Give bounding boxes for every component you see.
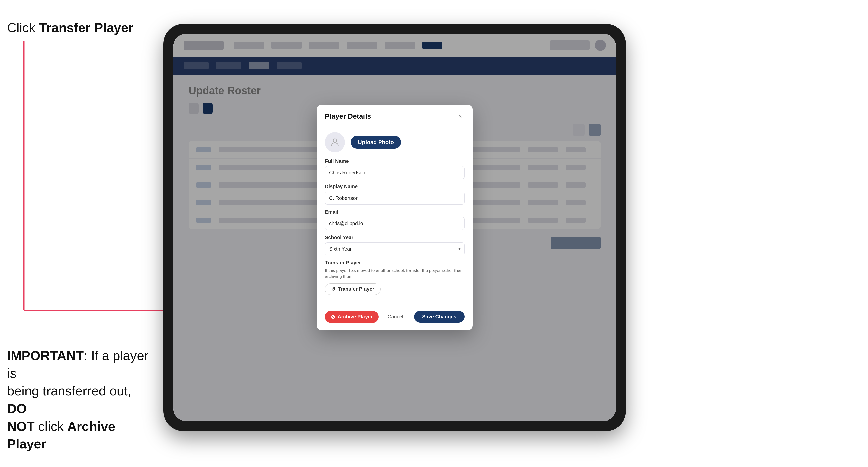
transfer-section-title: Transfer Player xyxy=(325,260,465,266)
school-year-select[interactable]: First Year Second Year Third Year Fourth… xyxy=(325,242,465,255)
user-icon xyxy=(330,137,340,147)
email-label: Email xyxy=(325,209,465,215)
player-details-modal: Player Details × Upload Photo xyxy=(317,105,473,330)
transfer-icon: ↺ xyxy=(331,286,335,292)
annotation-highlight-transfer: Transfer Player xyxy=(39,20,133,35)
tablet-device: Update Roster xyxy=(163,24,626,431)
archive-btn-label: Archive Player xyxy=(338,314,373,320)
modal-footer: ⊘ Archive Player Cancel Save Changes xyxy=(317,306,473,330)
avatar-section: Upload Photo xyxy=(325,132,465,152)
modal-overlay: Player Details × Upload Photo xyxy=(174,34,616,421)
transfer-section-description: If this player has moved to another scho… xyxy=(325,268,465,280)
display-name-input[interactable] xyxy=(325,191,465,205)
save-changes-button[interactable]: Save Changes xyxy=(414,311,465,323)
modal-header: Player Details × xyxy=(317,105,473,126)
modal-body: Upload Photo Full Name Display Name xyxy=(317,126,473,306)
upload-photo-button[interactable]: Upload Photo xyxy=(351,136,401,149)
annotation-important: IMPORTANT: If a player isbeing transferr… xyxy=(7,348,148,451)
transfer-btn-label: Transfer Player xyxy=(338,286,374,292)
modal-close-button[interactable]: × xyxy=(456,112,465,121)
tablet-screen: Update Roster xyxy=(174,34,616,421)
full-name-field-group: Full Name xyxy=(325,158,465,179)
full-name-label: Full Name xyxy=(325,158,465,164)
display-name-label: Display Name xyxy=(325,184,465,189)
archive-player-button[interactable]: ⊘ Archive Player xyxy=(325,311,379,323)
svg-point-3 xyxy=(333,139,336,142)
avatar-placeholder xyxy=(325,132,345,152)
annotation-warning: IMPORTANT: If a player isbeing transferr… xyxy=(7,347,153,453)
school-year-label: School Year xyxy=(325,235,465,240)
email-field-group: Email xyxy=(325,209,465,230)
transfer-player-section: Transfer Player If this player has moved… xyxy=(325,260,465,295)
display-name-field-group: Display Name xyxy=(325,184,465,205)
cancel-button[interactable]: Cancel xyxy=(382,311,408,323)
modal-title: Player Details xyxy=(325,112,371,120)
archive-icon: ⊘ xyxy=(331,314,335,320)
transfer-player-button[interactable]: ↺ Transfer Player xyxy=(325,283,380,295)
full-name-input[interactable] xyxy=(325,166,465,179)
school-year-field-group: School Year First Year Second Year Third… xyxy=(325,235,465,255)
annotation-click-instruction: Click Transfer Player xyxy=(7,20,133,35)
email-input[interactable] xyxy=(325,217,465,230)
school-year-select-wrapper: First Year Second Year Third Year Fourth… xyxy=(325,242,465,255)
